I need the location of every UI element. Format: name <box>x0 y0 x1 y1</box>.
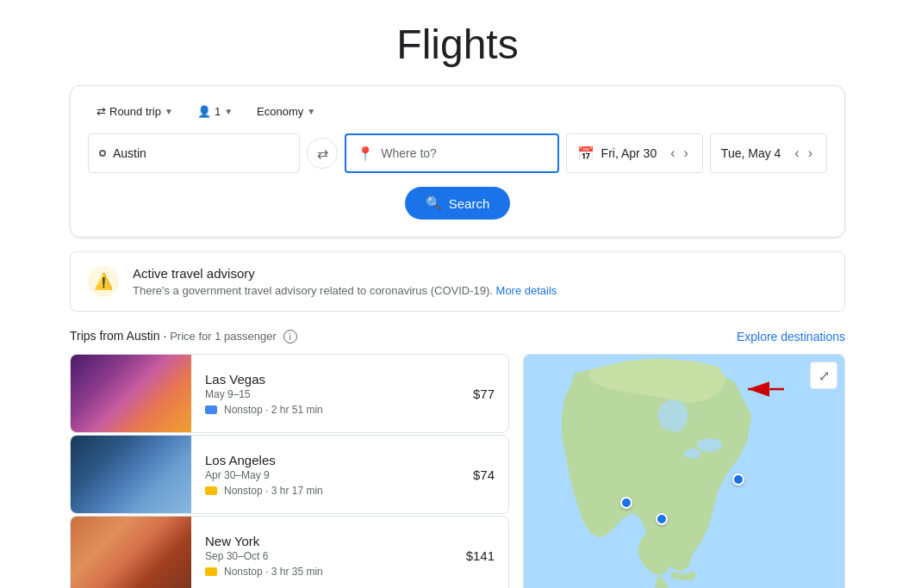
search-icon: 🔍 <box>426 195 442 211</box>
passengers-icon: 👤 <box>197 105 211 118</box>
trips-section: Trips from Austin · Price for 1 passenge… <box>70 329 845 588</box>
airline-badge-las-vegas <box>205 405 217 414</box>
return-date-next[interactable]: › <box>805 144 816 163</box>
departure-date-value: Fri, Apr 30 <box>601 146 657 160</box>
trip-nonstop-los-angeles: Nonstop · 3 hr 17 min <box>224 485 323 497</box>
trip-dates-las-vegas: May 9–15 <box>205 388 445 400</box>
trip-card-new-york[interactable]: New York Sep 30–Oct 6 Nonstop · 3 hr 35 … <box>70 516 509 588</box>
trips-from-label: Trips from Austin <box>70 329 160 343</box>
return-date-value: Tue, May 4 <box>721 146 781 160</box>
trip-nonstop-las-vegas: Nonstop · 2 hr 51 min <box>224 404 323 416</box>
map-expand-icon: ⤢ <box>819 368 830 384</box>
map-expand-button[interactable]: ⤢ <box>810 362 837 389</box>
svg-point-1 <box>697 438 722 452</box>
origin-value: Austin <box>113 146 146 160</box>
explore-destinations-link[interactable]: Explore destinations <box>737 330 845 344</box>
trip-image-los-angeles <box>71 436 191 513</box>
trips-title-area: Trips from Austin · Price for 1 passenge… <box>70 329 297 344</box>
trip-info-new-york: New York Sep 30–Oct 6 Nonstop · 3 hr 35 … <box>191 525 452 586</box>
map-background <box>524 355 844 588</box>
trips-subtitle: Price for 1 passenger <box>170 330 277 343</box>
trip-info-las-vegas: Las Vegas May 9–15 Nonstop · 2 hr 51 min <box>191 363 459 424</box>
map-dot-new-york <box>732 473 744 486</box>
return-date-nav: ‹ › <box>791 144 816 163</box>
trip-info-los-angeles: Los Angeles Apr 30–May 9 Nonstop · 3 hr … <box>191 444 459 505</box>
trips-content: Las Vegas May 9–15 Nonstop · 2 hr 51 min… <box>70 354 845 588</box>
origin-field[interactable]: Austin <box>88 133 300 173</box>
destination-field[interactable]: 📍 <box>345 133 558 173</box>
return-date-field[interactable]: Tue, May 4 ‹ › <box>710 133 827 173</box>
airline-badge-new-york <box>205 567 217 576</box>
trip-dates-los-angeles: Apr 30–May 9 <box>205 469 445 481</box>
price-info-icon[interactable]: i <box>283 330 297 344</box>
advisory-link[interactable]: More details <box>496 284 557 297</box>
departure-date-prev[interactable]: ‹ <box>667 144 678 163</box>
cabin-class-selector[interactable]: Economy ▼ <box>248 100 324 123</box>
trip-price-new-york: $141 <box>452 540 508 572</box>
map-container: ⤢ Map data ©2021 Google, INEGI <box>523 354 845 588</box>
trip-image-las-vegas <box>71 355 191 432</box>
trip-card-las-vegas[interactable]: Las Vegas May 9–15 Nonstop · 2 hr 51 min… <box>70 354 509 433</box>
trip-list: Las Vegas May 9–15 Nonstop · 2 hr 51 min… <box>70 354 509 588</box>
search-btn-row: 🔍 Search <box>88 187 827 220</box>
swap-button[interactable]: ⇄ <box>307 138 338 169</box>
trip-price-los-angeles: $74 <box>459 459 508 491</box>
trip-city-los-angeles: Los Angeles <box>205 453 445 467</box>
search-box: ⇄ Round trip ▼ 👤 1 ▼ Economy ▼ Austin ⇄ … <box>70 85 845 238</box>
advisory-text: There's a government travel advisory rel… <box>133 284 557 297</box>
trip-type-selector[interactable]: ⇄ Round trip ▼ <box>88 100 182 123</box>
advisory-title: Active travel advisory <box>133 266 557 281</box>
search-button[interactable]: 🔍 Search <box>405 187 511 220</box>
destination-pin-icon: 📍 <box>357 145 374 162</box>
map-dot-las-vegas <box>620 497 632 509</box>
passengers-selector[interactable]: 👤 1 ▼ <box>189 100 241 123</box>
trips-header: Trips from Austin · Price for 1 passenge… <box>70 329 845 344</box>
trip-card-los-angeles[interactable]: Los Angeles Apr 30–May 9 Nonstop · 3 hr … <box>70 435 509 514</box>
departure-date-nav: ‹ › <box>667 144 692 163</box>
passengers-arrow: ▼ <box>224 107 233 116</box>
trip-city-new-york: New York <box>205 534 439 548</box>
airline-badge-los-angeles <box>205 486 217 495</box>
trip-type-arrow: ▼ <box>165 107 173 116</box>
trip-nonstop-new-york: Nonstop · 3 hr 35 min <box>224 566 323 578</box>
origin-dot-icon <box>99 150 106 157</box>
page-title: Flights <box>0 0 915 85</box>
departure-date-field[interactable]: 📅 Fri, Apr 30 ‹ › <box>566 133 703 173</box>
trip-image-new-york <box>71 517 191 588</box>
cabin-class-arrow: ▼ <box>307 107 315 116</box>
trip-type-icon: ⇄ <box>96 105 106 118</box>
trip-dates-new-york: Sep 30–Oct 6 <box>205 550 439 562</box>
trip-type-label: Round trip <box>109 105 161 118</box>
map-svg <box>524 355 844 588</box>
svg-point-2 <box>684 449 701 459</box>
trip-meta-los-angeles: Nonstop · 3 hr 17 min <box>205 485 445 497</box>
advisory-box: ⚠️ Active travel advisory There's a gove… <box>70 251 845 312</box>
destination-input[interactable] <box>381 146 546 160</box>
trip-price-las-vegas: $77 <box>459 378 508 410</box>
advisory-content: Active travel advisory There's a governm… <box>133 266 557 297</box>
passengers-label: 1 <box>215 105 221 118</box>
trip-meta-las-vegas: Nonstop · 2 hr 51 min <box>205 404 445 416</box>
calendar-icon: 📅 <box>577 145 594 162</box>
search-label: Search <box>449 196 490 211</box>
separator: · <box>163 329 166 343</box>
swap-icon: ⇄ <box>317 145 328 162</box>
return-date-prev[interactable]: ‹ <box>791 144 802 163</box>
search-row: Austin ⇄ 📍 📅 Fri, Apr 30 ‹ › Tue, May 4 … <box>88 133 827 173</box>
cabin-class-label: Economy <box>257 105 303 118</box>
map-dot-austin <box>656 513 668 525</box>
search-options: ⇄ Round trip ▼ 👤 1 ▼ Economy ▼ <box>88 100 827 123</box>
advisory-icon: ⚠️ <box>88 266 119 297</box>
trip-city-las-vegas: Las Vegas <box>205 372 445 387</box>
trip-meta-new-york: Nonstop · 3 hr 35 min <box>205 566 439 578</box>
departure-date-next[interactable]: › <box>681 144 692 163</box>
